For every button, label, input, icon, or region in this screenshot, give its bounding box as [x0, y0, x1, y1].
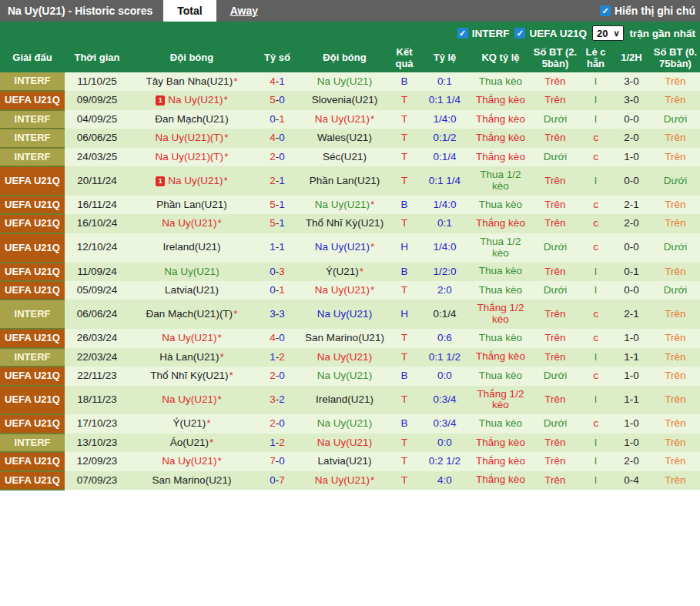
team-name: Na Uy(U21)	[315, 241, 370, 253]
half-time-score: 1-1	[612, 386, 651, 415]
cell-value: 1/4:0	[433, 113, 456, 125]
team-name: Na Uy(U21)(T)	[156, 132, 224, 143]
over-under-0-75-goals: Trên	[651, 196, 700, 214]
tab-total[interactable]: Total	[163, 0, 216, 22]
handicap-result: Thắng kèo	[470, 148, 531, 166]
cell-value: c	[593, 370, 598, 381]
over-under-2-5-goals: Trên	[531, 386, 579, 415]
league-badge: UEFA U21Q	[0, 386, 65, 415]
cell-value: T	[401, 351, 407, 363]
handicap-result: Thắng kèo	[470, 214, 531, 233]
cell-value: Trên	[665, 308, 685, 320]
filter-uefa-u21q[interactable]: ✓ UEFA U21Q	[514, 28, 587, 39]
cell-value: Thua kèo	[479, 332, 522, 343]
team-name: Na Uy(U21)	[317, 437, 372, 448]
team-name: Slovenia(U21)	[312, 94, 378, 105]
handicap-odds: 0:0	[420, 367, 470, 385]
cell-value: 4:0	[437, 474, 452, 486]
handicap-result: Thắng kèo	[470, 348, 531, 367]
handicap-odds: 0:3/4	[420, 386, 470, 415]
star-icon: *	[209, 437, 213, 448]
full-time-score: 7-0	[254, 452, 300, 470]
match-date: 12/10/24	[65, 233, 129, 263]
over-under-2-5-goals: Trên	[531, 91, 579, 109]
odd-even-value: l	[579, 434, 612, 452]
team-name: Phần Lan(U21)	[156, 199, 227, 210]
over-under-0-75-goals: Trên	[651, 263, 700, 281]
interf-checkbox[interactable]: ✓	[457, 28, 468, 39]
table-row: UEFA U21Q 18/11/23 Na Uy(U21)* 3-2 Irela…	[0, 386, 700, 415]
cell-value: l	[594, 351, 597, 363]
away-goals: 1	[279, 241, 285, 253]
tab-away[interactable]: Away	[216, 0, 272, 22]
cell-value: Trên	[544, 332, 565, 343]
handicap-odds: 0:1/4	[420, 300, 470, 329]
column-header-bt25: Số BT (2. 5bàn)	[531, 45, 579, 72]
team-name: San Marino(U21)	[305, 332, 384, 343]
cell-value: Thua kèo	[479, 265, 522, 276]
handicap-odds: 1/2:0	[420, 263, 470, 281]
cell-value: 2:0	[437, 284, 452, 296]
cell-value: l	[594, 266, 597, 277]
league-badge: INTERF	[0, 110, 65, 129]
handicap-result: Thua kèo	[470, 281, 531, 300]
league-badge: INTERF	[0, 434, 65, 452]
cell-value: T	[401, 332, 407, 343]
home-goals: 4	[270, 132, 276, 143]
cell-value: Thua kèo	[479, 284, 522, 296]
away-team: Na Uy(U21)*	[300, 110, 389, 129]
over-under-2-5-goals: Trên	[531, 300, 579, 329]
team-name: Latvia(U21)	[318, 455, 372, 467]
away-goals: 1	[279, 284, 285, 296]
cell-value: c	[593, 217, 598, 229]
away-team: Na Uy(U21)	[300, 434, 389, 452]
cell-value: Trên	[665, 437, 685, 448]
home-goals: 1	[270, 351, 276, 363]
chevron-down-icon: ∨	[613, 28, 619, 39]
match-date: 26/03/24	[65, 329, 129, 347]
cell-value: Thua kèo	[479, 75, 522, 87]
match-date: 09/09/25	[65, 91, 129, 109]
match-count-select[interactable]: 20 ∨	[592, 25, 625, 41]
over-under-0-75-goals: Trên	[651, 148, 700, 166]
full-time-score: 2-1	[254, 166, 300, 196]
away-goals: 2	[279, 437, 285, 448]
checkbox-checked-icon[interactable]: ✓	[600, 5, 611, 16]
table-row: UEFA U21Q 16/10/24 Na Uy(U21)* 5-1 Thổ N…	[0, 214, 700, 233]
match-date: 17/10/23	[65, 414, 129, 433]
cell-value: T	[401, 217, 407, 229]
match-date: 11/09/24	[65, 263, 129, 281]
over-under-0-75-goals: Trên	[651, 471, 700, 490]
cell-value: T	[401, 113, 407, 125]
half-time-score: 0-0	[612, 281, 651, 300]
league-badge: INTERF	[0, 348, 65, 367]
star-icon: *	[220, 351, 224, 363]
home-goals: 3	[270, 393, 276, 405]
team-name: Đan Mạch(U21)(T)	[146, 308, 233, 320]
home-goals: 4	[270, 75, 276, 87]
star-icon: *	[233, 75, 237, 87]
cell-value: T	[401, 175, 407, 186]
home-goals: 2	[270, 175, 276, 186]
away-team: Phần Lan(U21)	[300, 166, 389, 196]
result-letter: T	[389, 110, 420, 129]
home-team: Ý(U21)*	[129, 414, 254, 433]
over-under-2-5-goals: Trên	[531, 263, 579, 281]
over-under-0-75-goals: Trên	[651, 300, 700, 329]
show-notes-toggle[interactable]: ✓ Hiển thị ghi chú	[600, 0, 700, 22]
odd-even-value: c	[579, 214, 612, 233]
odd-even-value: l	[579, 166, 612, 196]
table-row: INTERF 04/09/25 Đan Mạch(U21) 0-1 Na Uy(…	[0, 110, 700, 129]
cell-value: Trên	[665, 417, 685, 429]
home-team: Na Uy(U21)(T)*	[129, 129, 254, 147]
cell-value: Thắng kèo	[476, 113, 525, 125]
away-team: Na Uy(U21)	[300, 348, 389, 367]
odd-even-value: l	[579, 348, 612, 367]
full-time-score: 5-0	[254, 91, 300, 109]
uefa-u21q-checkbox[interactable]: ✓	[514, 28, 525, 39]
filter-interf[interactable]: ✓ INTERF	[457, 28, 510, 39]
cell-value: Trên	[544, 393, 565, 405]
match-date: 24/03/25	[65, 148, 129, 166]
handicap-odds: 0:1	[420, 72, 470, 91]
away-team: Latvia(U21)	[300, 452, 389, 470]
